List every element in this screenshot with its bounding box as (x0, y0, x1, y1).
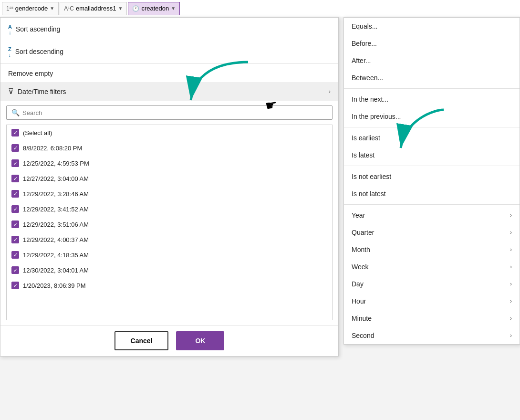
filter-is-not-earliest-item[interactable]: Is not earliest (344, 168, 520, 185)
checkbox-select-all-label: (Select all) (23, 129, 52, 136)
filter-hour-label: Hour (352, 297, 366, 305)
datetime-filters-item[interactable]: ⊽ Date/Time filters › (0, 82, 338, 101)
checkbox-date5[interactable]: 12/29/2022, 3:41:52 AM (7, 201, 332, 217)
right-divider-4 (344, 204, 520, 205)
filter-after-item[interactable]: After... (344, 52, 520, 69)
checkbox-date6-label: 12/29/2022, 3:51:06 AM (23, 221, 89, 228)
right-divider-3 (344, 166, 520, 166)
checkbox-select-all-box[interactable] (11, 129, 19, 136)
checkbox-date9[interactable]: 12/30/2022, 3:04:01 AM (7, 262, 332, 278)
checkbox-date9-label: 12/30/2022, 3:04:01 AM (23, 267, 89, 274)
checkbox-select-all[interactable]: (Select all) (7, 125, 332, 140)
sort-ascending-label: Sort ascending (16, 25, 60, 33)
checkbox-list[interactable]: (Select all) 8/8/2022, 6:08:20 PM 12/25/… (6, 125, 333, 320)
column-tab-gendercode[interactable]: 1²³ gendercode ▼ (2, 2, 59, 15)
filter-between-item[interactable]: Between... (344, 69, 520, 86)
checkbox-date4-box[interactable] (11, 190, 19, 198)
checkbox-date2[interactable]: 12/25/2022, 4:59:53 PM (7, 156, 332, 171)
createdon-icon: 🕐 (132, 5, 139, 12)
filter-hour-item[interactable]: Hour › (344, 293, 520, 310)
filter-day-label: Day (352, 280, 364, 288)
filter-week-item[interactable]: Week › (344, 258, 520, 275)
checkbox-date7[interactable]: 12/29/2022, 4:00:37 AM (7, 232, 332, 247)
checkbox-date7-box[interactable] (11, 236, 19, 243)
checkbox-date1-label: 8/8/2022, 6:08:20 PM (23, 145, 82, 152)
filter-year-label: Year (352, 211, 365, 219)
checkbox-date10-label: 1/20/2023, 8:06:39 PM (23, 282, 86, 289)
filter-week-chevron: › (510, 263, 512, 270)
filter-before-label: Before... (352, 40, 377, 47)
filter-in-next-label: In the next... (352, 95, 388, 103)
search-icon: 🔍 (11, 109, 20, 116)
checkbox-date10[interactable]: 1/20/2023, 8:06:39 PM (7, 278, 332, 293)
createdon-dropdown-arrow: ▼ (171, 6, 176, 11)
checkbox-date3[interactable]: 12/27/2022, 3:04:00 AM (7, 171, 332, 186)
emailaddress1-label: emailaddress1 (76, 5, 116, 12)
header-bar: 1²³ gendercode ▼ A¹C emailaddress1 ▼ 🕐 c… (0, 0, 520, 17)
checkbox-date2-box[interactable] (11, 159, 19, 167)
filter-second-item[interactable]: Second › (344, 327, 520, 344)
menu-divider-1 (0, 63, 338, 64)
filter-minute-item[interactable]: Minute › (344, 310, 520, 327)
right-divider-1 (344, 88, 520, 89)
checkbox-date8-box[interactable] (11, 251, 19, 259)
filter-in-prev-item[interactable]: In the previous... (344, 108, 520, 125)
search-input[interactable] (22, 109, 327, 116)
filter-is-not-latest-item[interactable]: Is not latest (344, 185, 520, 202)
column-tab-emailaddress1[interactable]: A¹C emailaddress1 ▼ (60, 2, 127, 15)
filter-before-item[interactable]: Before... (344, 35, 520, 52)
sort-ascending-item[interactable]: A↓ Sort ascending (0, 18, 338, 40)
column-tab-createdon[interactable]: 🕐 createdon ▼ (128, 2, 180, 15)
checkbox-date1-box[interactable] (11, 144, 19, 152)
checkbox-date4[interactable]: 12/29/2022, 3:28:46 AM (7, 186, 332, 201)
checkbox-date8-label: 12/29/2022, 4:18:35 AM (23, 252, 89, 259)
emailaddress1-dropdown-arrow: ▼ (118, 6, 123, 11)
checkbox-date6[interactable]: 12/29/2022, 3:51:06 AM (7, 217, 332, 232)
checkbox-date3-box[interactable] (11, 175, 19, 182)
checkbox-date10-box[interactable] (11, 282, 19, 289)
emailaddress1-icon: A¹C (64, 5, 74, 12)
filter-is-not-earliest-label: Is not earliest (352, 173, 391, 180)
filter-quarter-label: Quarter (352, 229, 374, 236)
checkbox-date4-label: 12/29/2022, 3:28:46 AM (23, 190, 89, 198)
filter-quarter-chevron: › (510, 229, 512, 236)
checkbox-date1[interactable]: 8/8/2022, 6:08:20 PM (7, 140, 332, 156)
gendercode-icon: 1²³ (6, 5, 13, 12)
filter-quarter-item[interactable]: Quarter › (344, 224, 520, 241)
filter-hour-chevron: › (510, 298, 512, 304)
checkbox-date9-box[interactable] (11, 266, 19, 274)
checkbox-date5-label: 12/29/2022, 3:41:52 AM (23, 206, 89, 213)
filter-equals-item[interactable]: Equals... (344, 18, 520, 35)
ok-button[interactable]: OK (176, 331, 224, 350)
filter-in-prev-label: In the previous... (352, 113, 401, 120)
filter-year-chevron: › (510, 212, 512, 219)
createdon-label: createdon (141, 5, 169, 12)
filter-in-next-item[interactable]: In the next... (344, 91, 520, 108)
checkbox-date5-box[interactable] (11, 205, 19, 213)
filter-is-latest-item[interactable]: Is latest (344, 147, 520, 164)
datetime-filters-chevron: › (329, 88, 331, 95)
filter-month-chevron: › (510, 246, 512, 253)
gendercode-label: gendercode (15, 5, 48, 12)
sort-descending-item[interactable]: Z↓ Sort descending (0, 40, 338, 63)
search-box[interactable]: 🔍 (6, 105, 333, 120)
checkbox-date8[interactable]: 12/29/2022, 4:18:35 AM (7, 247, 332, 262)
cancel-button[interactable]: Cancel (114, 331, 169, 350)
filter-between-label: Between... (352, 74, 383, 82)
filter-month-item[interactable]: Month › (344, 241, 520, 258)
filter-year-item[interactable]: Year › (344, 207, 520, 224)
remove-empty-label: Remove empty (8, 70, 53, 77)
filter-month-label: Month (352, 246, 370, 253)
filter-week-label: Week (352, 263, 369, 271)
filter-day-item[interactable]: Day › (344, 275, 520, 293)
filter-is-latest-label: Is latest (352, 151, 374, 159)
left-dropdown-panel: A↓ Sort ascending Z↓ Sort descending Rem… (0, 17, 339, 357)
filter-after-label: After... (352, 57, 371, 64)
sort-desc-icon: Z↓ (8, 45, 11, 58)
remove-empty-item[interactable]: Remove empty (0, 65, 338, 82)
filter-day-chevron: › (510, 281, 512, 287)
filter-is-earliest-item[interactable]: Is earliest (344, 129, 520, 147)
sort-descending-label: Sort descending (15, 48, 63, 55)
checkbox-date6-box[interactable] (11, 220, 19, 228)
filter-second-label: Second (352, 332, 374, 339)
